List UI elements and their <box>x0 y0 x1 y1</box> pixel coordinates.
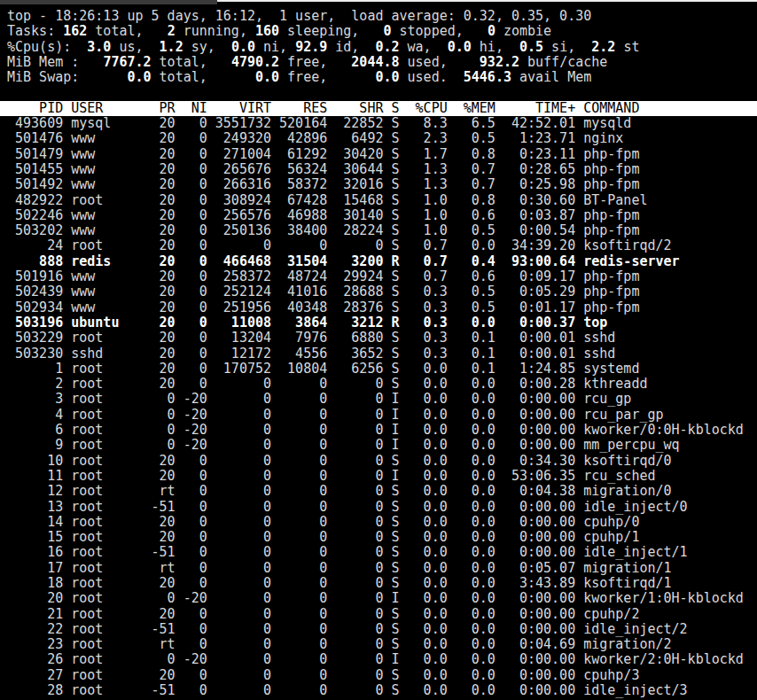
summary-label: us, <box>111 39 159 55</box>
summary-label: running, <box>176 23 255 39</box>
summary-value: 2.2 <box>591 39 615 55</box>
summary-value: 160 <box>255 23 279 39</box>
summary-value: 0.2 <box>375 39 399 55</box>
process-row: 501492 www 20 0 266316 58372 32016 S 1.3… <box>0 177 757 192</box>
process-row: 503202 www 20 0 250136 38400 28224 S 1.0… <box>0 223 757 238</box>
summary-line: MiB Swap: 0.0 total, 0.0 free, 0.0 used.… <box>0 70 757 85</box>
summary-label: hi, <box>472 39 519 55</box>
process-row: 493609 mysql 20 0 3551732 520164 22852 S… <box>0 116 757 131</box>
top-summary-block: top - 18:26:13 up 5 days, 16:12, 1 user,… <box>0 9 757 85</box>
terminal-screen[interactable]: top - 18:26:13 up 5 days, 16:12, 1 user,… <box>0 0 757 700</box>
summary-label: ni, <box>255 39 295 55</box>
summary-label: wa, <box>400 39 448 55</box>
summary-value: 3.0 <box>87 39 111 55</box>
summary-label: avail Mem <box>511 69 591 85</box>
summary-line: %Cpu(s): 3.0 us, 1.2 sy, 0.0 ni, 92.9 id… <box>0 40 757 55</box>
process-row: 3 root 0 -20 0 0 0 I 0.0 0.0 0:00.00 rcu… <box>0 392 757 407</box>
top-output: top - 18:26:13 up 5 days, 16:12, 1 user,… <box>0 5 757 698</box>
process-row: 6 root 0 -20 0 0 0 I 0.0 0.0 0:00.00 kwo… <box>0 423 757 438</box>
process-row: 501479 www 20 0 271004 61292 30420 S 1.7… <box>0 147 757 162</box>
process-table-header-row: PID USER PR NI VIRT RES SHR S %CPU %MEM … <box>0 101 757 116</box>
summary-value: 0.0 <box>375 69 399 85</box>
process-row: 23 root rt 0 0 0 0 S 0.0 0.0 0:04.69 mig… <box>0 637 757 652</box>
process-row: 1 root 20 0 170752 10804 6256 S 0.0 0.1 … <box>0 362 757 377</box>
summary-value: 0.0 <box>231 39 255 55</box>
summary-value: 2044.8 <box>351 54 399 70</box>
summary-line: MiB Mem : 7767.2 total, 4790.2 free, 204… <box>0 55 757 70</box>
summary-value: 7767.2 <box>103 54 151 70</box>
process-row: 17 root rt 0 0 0 0 S 0.0 0.0 0:05.07 mig… <box>0 561 757 576</box>
summary-label: used, <box>400 54 480 70</box>
summary-value: 0.0 <box>448 39 472 55</box>
process-row: 14 root 20 0 0 0 0 S 0.0 0.0 0:00.00 cpu… <box>0 515 757 530</box>
summary-value: 5446.3 <box>464 69 511 85</box>
summary-label: buff/cache <box>519 54 607 70</box>
summary-value: 0.5 <box>519 39 543 55</box>
process-row: 20 root 0 -20 0 0 0 I 0.0 0.0 0:00.00 kw… <box>0 591 757 606</box>
summary-value: 932.2 <box>480 54 519 70</box>
summary-value: 0 <box>488 23 496 39</box>
process-row: 12 root rt 0 0 0 0 S 0.0 0.0 0:04.38 mig… <box>0 484 757 499</box>
process-row: 502934 www 20 0 251956 40348 28376 S 0.3… <box>0 300 757 315</box>
window-titlebar-fragment <box>0 0 217 4</box>
summary-value: 4790.2 <box>231 54 279 70</box>
process-row: 501916 www 20 0 258372 48724 29924 S 0.7… <box>0 269 757 284</box>
process-row: 22 root -51 0 0 0 0 S 0.0 0.0 0:00.00 id… <box>0 622 757 637</box>
process-table: 493609 mysql 20 0 3551732 520164 22852 S… <box>0 116 757 698</box>
summary-label: st <box>615 39 639 55</box>
process-row: 10 root 20 0 0 0 0 S 0.0 0.0 0:34.30 kso… <box>0 454 757 469</box>
process-row: 21 root 20 0 0 0 0 S 0.0 0.0 0:00.00 cpu… <box>0 607 757 622</box>
summary-label: MiB Swap: <box>7 69 127 85</box>
process-row: 18 root 20 0 0 0 0 S 0.0 0.0 3:43.89 kso… <box>0 576 757 591</box>
process-row: 13 root -51 0 0 0 0 S 0.0 0.0 0:00.00 id… <box>0 500 757 515</box>
summary-value: 92.9 <box>295 39 327 55</box>
summary-label: free, <box>279 69 375 85</box>
process-row: 503229 root 20 0 13204 7976 6880 S 0.3 0… <box>0 331 757 346</box>
process-row: 2 root 20 0 0 0 0 S 0.0 0.0 0:00.28 kthr… <box>0 377 757 392</box>
summary-line: top - 18:26:13 up 5 days, 16:12, 1 user,… <box>0 9 757 24</box>
summary-value: 0 <box>383 23 391 39</box>
process-row: 16 root -51 0 0 0 0 S 0.0 0.0 0:00.00 id… <box>0 545 757 560</box>
summary-value: 162 <box>63 23 87 39</box>
summary-value: 0.0 <box>127 69 151 85</box>
summary-label: used. <box>400 69 464 85</box>
process-row: 503230 sshd 20 0 12172 4556 3652 S 0.3 0… <box>0 346 757 362</box>
process-row: 26 root 0 -20 0 0 0 I 0.0 0.0 0:00.00 kw… <box>0 652 757 667</box>
summary-line: Tasks: 162 total, 2 running, 160 sleepin… <box>0 24 757 39</box>
summary-label: stopped, <box>392 23 488 39</box>
process-row: 9 root 0 -20 0 0 0 I 0.0 0.0 0:00.00 mm_… <box>0 438 757 453</box>
summary-label: MiB Mem : <box>7 54 103 70</box>
summary-label: top - 18:26:13 up 5 days, 16:12, 1 user,… <box>7 8 591 24</box>
process-row: 501476 www 20 0 249320 42896 6492 S 2.3 … <box>0 131 757 146</box>
summary-label: si, <box>543 39 591 55</box>
process-row: 24 root 20 0 0 0 0 S 0.7 0.0 34:39.20 ks… <box>0 238 757 253</box>
process-row: 501455 www 20 0 265676 56324 30644 S 1.3… <box>0 162 757 177</box>
summary-value: 0.0 <box>255 69 279 85</box>
process-row: 482922 root 20 0 308924 67428 15468 S 1.… <box>0 193 757 208</box>
process-row: 11 root 20 0 0 0 0 I 0.0 0.0 53:06.35 rc… <box>0 469 757 484</box>
process-row: 28 root -51 0 0 0 0 S 0.0 0.0 0:00.00 id… <box>0 683 757 698</box>
process-row: 503196 ubuntu 20 0 11008 3864 3212 R 0.3… <box>0 315 757 331</box>
process-row: 15 root 20 0 0 0 0 S 0.0 0.0 0:00.00 cpu… <box>0 530 757 545</box>
summary-label: Tasks: <box>7 23 63 39</box>
summary-label: sleeping, <box>279 23 383 39</box>
process-row: 888 redis 20 0 466468 31504 3200 R 0.7 0… <box>0 254 757 269</box>
summary-label: zombie <box>496 23 551 39</box>
window-edge-highlight <box>217 0 757 2</box>
summary-value: 2 <box>168 23 176 39</box>
process-row: 4 root 0 -20 0 0 0 I 0.0 0.0 0:00.00 rcu… <box>0 408 757 423</box>
summary-label: total, <box>87 23 167 39</box>
process-row: 27 root 20 0 0 0 0 S 0.0 0.0 0:00.00 cpu… <box>0 668 757 683</box>
process-row: 502246 www 20 0 256576 46988 30140 S 1.0… <box>0 208 757 223</box>
summary-label: total, <box>152 69 255 85</box>
summary-label: sy, <box>183 39 231 55</box>
summary-label: id, <box>327 39 375 55</box>
summary-label: %Cpu(s): <box>7 39 87 55</box>
summary-label: total, <box>152 54 231 70</box>
summary-label: free, <box>279 54 351 70</box>
blank-line <box>0 85 757 100</box>
process-row: 502439 www 20 0 252124 41016 28688 S 0.3… <box>0 284 757 299</box>
summary-value: 1.2 <box>160 39 183 55</box>
